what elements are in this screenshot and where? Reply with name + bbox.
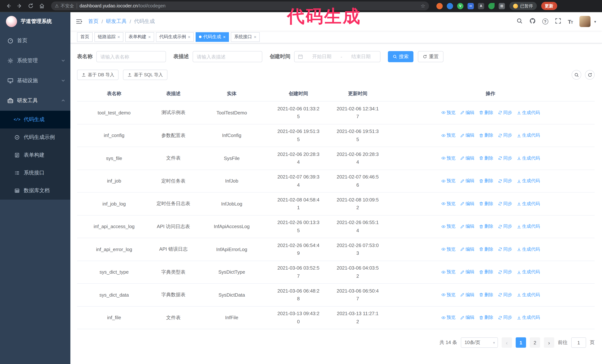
edit-link[interactable]: 编辑 [460, 201, 474, 207]
generate-code-link[interactable]: 生成代码 [516, 315, 540, 321]
preview-link[interactable]: 预览 [441, 223, 455, 230]
extension-icon-2[interactable] [447, 3, 453, 9]
sync-link[interactable]: 同步 [498, 155, 512, 161]
delete-link[interactable]: 删除 [479, 178, 493, 184]
extensions-puzzle-icon[interactable]: ⊞ [499, 3, 505, 9]
sync-link[interactable]: 同步 [498, 223, 512, 230]
edit-link[interactable]: 编辑 [460, 110, 474, 116]
delete-link[interactable]: 删除 [479, 201, 493, 207]
generate-code-link[interactable]: 生成代码 [516, 223, 540, 230]
sync-link[interactable]: 同步 [498, 110, 512, 116]
preview-link[interactable]: 预览 [441, 246, 455, 252]
close-icon[interactable]: × [188, 35, 190, 39]
help-icon[interactable]: ? [542, 19, 548, 24]
import-db-button[interactable]: 基于 DB 导入 [77, 70, 119, 80]
preview-link[interactable]: 预览 [441, 292, 455, 298]
toggle-search-button[interactable] [572, 70, 581, 80]
generate-code-link[interactable]: 生成代码 [516, 269, 540, 275]
edit-link[interactable]: 编辑 [460, 269, 474, 275]
sync-link[interactable]: 同步 [498, 292, 512, 298]
edit-link[interactable]: 编辑 [460, 132, 474, 139]
sidebar-item-api[interactable]: 系统接口 [0, 164, 70, 182]
delete-link[interactable]: 删除 [479, 315, 493, 321]
bookmark-star-icon[interactable]: ☆ [421, 3, 425, 9]
preview-link[interactable]: 预览 [441, 178, 455, 184]
logo[interactable]: 芋道管理系统 [0, 12, 70, 31]
close-icon[interactable]: × [254, 35, 256, 39]
caret-down-icon[interactable]: ▾ [594, 20, 596, 23]
edit-link[interactable]: 编辑 [460, 292, 474, 298]
search-icon[interactable] [516, 18, 523, 25]
prev-page-button[interactable]: ‹ [502, 337, 512, 348]
generate-code-link[interactable]: 生成代码 [516, 132, 540, 139]
extension-icon-5[interactable]: A [478, 3, 484, 9]
sidebar-item-home[interactable]: 首页 [0, 31, 70, 51]
sync-link[interactable]: 同步 [498, 132, 512, 139]
delete-link[interactable]: 删除 [479, 292, 493, 298]
edit-link[interactable]: 编辑 [460, 155, 474, 161]
address-bar[interactable]: ⚠ 不安全 dashboard.yudao.iocoder.cn/tool/co… [51, 1, 429, 10]
breadcrumb-devtools[interactable]: 研发工具 [106, 18, 127, 25]
extension-icon-4[interactable]: ▪▪ [468, 3, 474, 9]
table-desc-input[interactable] [193, 51, 262, 62]
reload-icon[interactable] [26, 1, 36, 11]
extension-icon-3[interactable]: V [457, 3, 463, 9]
tab-home[interactable]: 首页 [77, 32, 93, 42]
extension-icon-6[interactable] [488, 3, 494, 9]
edit-link[interactable]: 编辑 [460, 315, 474, 321]
sync-link[interactable]: 同步 [498, 315, 512, 321]
search-button[interactable]: 搜索 [388, 51, 413, 62]
font-size-icon[interactable]: TT [568, 18, 573, 25]
preview-link[interactable]: 预览 [441, 110, 455, 116]
sidebar-item-system[interactable]: 系统管理 [0, 51, 70, 71]
edit-link[interactable]: 编辑 [460, 246, 474, 252]
delete-link[interactable]: 删除 [479, 155, 493, 161]
sidebar-item-codegen-example[interactable]: 代码生成示例 [0, 128, 70, 146]
import-sql-button[interactable]: 基于 SQL 导入 [123, 70, 167, 80]
close-icon[interactable]: × [148, 35, 151, 39]
date-range-picker[interactable]: 开始日期 - 结束日期 [294, 51, 380, 62]
fullscreen-icon[interactable] [555, 18, 561, 25]
edit-link[interactable]: 编辑 [460, 178, 474, 184]
page-size-select[interactable]: 10条/页 ▾ [461, 337, 498, 348]
sync-link[interactable]: 同步 [498, 246, 512, 252]
generate-code-link[interactable]: 生成代码 [516, 110, 540, 116]
preview-link[interactable]: 预览 [441, 269, 455, 275]
delete-link[interactable]: 删除 [479, 110, 493, 116]
preview-link[interactable]: 预览 [441, 132, 455, 139]
generate-code-link[interactable]: 生成代码 [516, 292, 540, 298]
close-icon[interactable]: × [223, 35, 226, 39]
edit-link[interactable]: 编辑 [460, 223, 474, 230]
tab-api[interactable]: 系统接口× [231, 32, 260, 42]
extension-icon-1[interactable] [436, 3, 443, 9]
security-chip[interactable]: ⚠ 不安全 [55, 3, 74, 9]
generate-code-link[interactable]: 生成代码 [516, 155, 540, 161]
avatar[interactable] [580, 16, 591, 27]
forward-icon[interactable] [15, 1, 24, 11]
tab-codegen[interactable]: 代码生成× [196, 32, 229, 42]
sync-link[interactable]: 同步 [498, 269, 512, 275]
hamburger-icon[interactable] [75, 18, 82, 25]
refresh-table-button[interactable] [585, 70, 595, 80]
close-icon[interactable]: × [118, 35, 120, 39]
sidebar-item-db-doc[interactable]: 数据库文档 [0, 182, 70, 200]
sidebar-item-infrastructure[interactable]: 基础设施 [0, 71, 70, 91]
sync-link[interactable]: 同步 [498, 178, 512, 184]
goto-page-input[interactable] [571, 337, 586, 348]
generate-code-link[interactable]: 生成代码 [516, 201, 540, 207]
sidebar-item-devtools[interactable]: 研发工具 [0, 91, 70, 111]
preview-link[interactable]: 预览 [441, 315, 455, 321]
tab-trace[interactable]: 链路追踪× [95, 32, 123, 42]
sidebar-item-form-builder[interactable]: 表单构建 [0, 146, 70, 164]
github-icon[interactable] [529, 18, 536, 25]
page-button-1[interactable]: 1 [516, 337, 526, 348]
tab-form-builder[interactable]: 表单构建× [125, 32, 154, 42]
delete-link[interactable]: 删除 [479, 223, 493, 230]
delete-link[interactable]: 删除 [479, 246, 493, 252]
next-page-button[interactable]: › [544, 337, 554, 348]
delete-link[interactable]: 删除 [479, 269, 493, 275]
page-button-2[interactable]: 2 [530, 337, 540, 348]
back-icon[interactable] [4, 1, 13, 11]
sidebar-item-codegen[interactable]: </> 代码生成 [0, 111, 70, 128]
sync-link[interactable]: 同步 [498, 201, 512, 207]
